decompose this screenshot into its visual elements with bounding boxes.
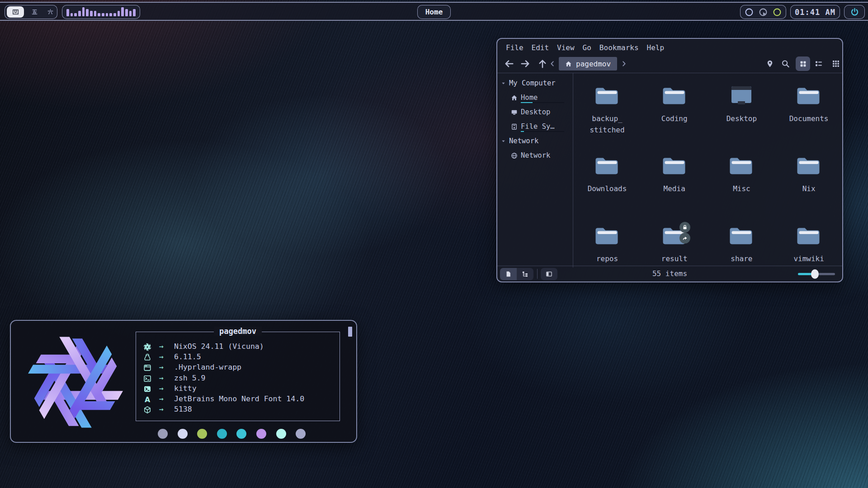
file-item-Downloads[interactable]: Downloads xyxy=(576,155,639,194)
path-tab[interactable]: pagedmov xyxy=(559,57,617,70)
visualizer-bar xyxy=(106,13,108,16)
compact-view-button[interactable] xyxy=(815,58,823,69)
menu-view[interactable]: View xyxy=(553,42,579,54)
back-button[interactable] xyxy=(504,58,514,69)
file-item-Coding[interactable]: Coding xyxy=(643,85,706,124)
file-item-label: repos xyxy=(576,253,639,264)
file-item-repos[interactable]: repos xyxy=(576,225,639,264)
prompt-icon xyxy=(143,375,151,383)
icon-view-icon xyxy=(799,60,807,68)
active-window-title: Home xyxy=(417,5,451,19)
menu-edit[interactable]: Edit xyxy=(528,42,553,54)
visualizer-bar xyxy=(121,7,124,16)
fastfetch-value: JetBrains Mono Nerd Font 14.0 xyxy=(174,394,304,403)
visualizer-bar xyxy=(71,13,73,16)
file-item-vimwiki[interactable]: vimwiki xyxy=(777,225,840,264)
zoom-slider[interactable] xyxy=(798,273,835,275)
workspace-glyph-icon xyxy=(31,9,38,15)
places-pin-button[interactable] xyxy=(766,58,774,69)
power-icon xyxy=(850,8,859,16)
svg-text:A: A xyxy=(145,395,151,404)
sidebar-item-label: Desktop xyxy=(521,108,550,116)
emblem-symlink xyxy=(679,233,690,244)
folder-icon xyxy=(796,85,821,106)
sidebar-section-my-computer[interactable]: My Computer xyxy=(497,76,573,90)
cube-icon xyxy=(143,406,151,414)
icon-view-button[interactable] xyxy=(796,56,810,71)
file-item-share[interactable]: share xyxy=(710,225,773,264)
file-item-Misc[interactable]: Misc xyxy=(710,155,773,194)
expander-icon[interactable] xyxy=(501,81,506,86)
sidebar-item-network[interactable]: Network xyxy=(497,148,573,163)
sidebar-item-underline xyxy=(521,131,564,132)
circle-pie-icon[interactable] xyxy=(759,8,768,17)
workspace-glyph-icon xyxy=(12,9,19,15)
file-item-Desktop[interactable]: Desktop xyxy=(710,85,773,124)
visualizer-bar xyxy=(86,9,89,16)
fastfetch-value: 6.11.5 xyxy=(174,352,201,361)
zoom-slider-knob[interactable] xyxy=(811,269,819,279)
symlink-icon xyxy=(682,235,688,241)
fontA-icon: A xyxy=(143,395,151,404)
workspace-switcher xyxy=(5,5,57,19)
file-item-Nix[interactable]: Nix xyxy=(777,155,840,194)
power-button[interactable] xyxy=(844,5,865,19)
file-item-Media[interactable]: Media xyxy=(643,155,706,194)
nix-mini-icon xyxy=(143,343,151,351)
visualizer-bar xyxy=(129,11,132,16)
file-grid: backup_ stitched Coding Desktop Document… xyxy=(573,73,844,267)
file-item-backup__stitched[interactable]: backup_ stitched xyxy=(576,85,639,136)
menu-help[interactable]: Help xyxy=(643,42,669,54)
palette-dot xyxy=(276,429,286,439)
visualizer-bar xyxy=(109,13,112,16)
path-scroll-right-icon[interactable] xyxy=(620,58,627,69)
status-bar: 55 items xyxy=(497,266,842,282)
menu-file[interactable]: File xyxy=(502,42,528,54)
file-item-label: Media xyxy=(643,183,706,194)
up-button[interactable] xyxy=(537,58,548,69)
circle-outline-icon[interactable] xyxy=(773,8,782,17)
window-icon xyxy=(143,364,151,372)
workspace-glyph-icon xyxy=(47,9,54,15)
arrow-glyph: → xyxy=(159,363,164,371)
folder-icon xyxy=(594,155,620,176)
path-segment: pagedmov xyxy=(576,60,611,68)
sidebar-section-label: My Computer xyxy=(509,79,556,87)
fastfetch-hostname: pagedmov xyxy=(214,327,262,336)
expander-icon[interactable] xyxy=(501,139,506,144)
fastfetch-value: NixOS 24.11 (Vicuna) xyxy=(174,342,264,351)
file-item-Documents[interactable]: Documents xyxy=(777,85,840,124)
file-item-result[interactable]: result xyxy=(643,225,706,264)
visualizer-bar xyxy=(102,13,104,16)
file-manager-window: FileEditViewGoBookmarksHelp pagedmov My … xyxy=(496,38,843,282)
folder-icon xyxy=(662,85,687,106)
search-button[interactable] xyxy=(781,58,790,69)
sidebar-item-filesy[interactable]: File Sy… xyxy=(497,119,573,134)
file-item-label: share xyxy=(710,253,773,264)
palette-dot xyxy=(178,429,188,439)
path-scroll-left-icon[interactable] xyxy=(549,58,556,69)
menu-bookmarks[interactable]: Bookmarks xyxy=(595,42,643,54)
workspace-button-六[interactable] xyxy=(45,7,55,17)
fastfetch-value: 5138 xyxy=(174,405,192,413)
arrow-glyph: → xyxy=(159,405,164,413)
workspace-button-五[interactable] xyxy=(30,7,40,17)
clock-widget[interactable]: 01:41 AM xyxy=(790,5,840,19)
drive-icon xyxy=(511,123,518,130)
folder-icon xyxy=(729,225,754,246)
sidebar-item-home[interactable]: Home xyxy=(497,90,573,105)
workspace-button-四[interactable] xyxy=(7,6,24,18)
menu-go[interactable]: Go xyxy=(579,42,595,54)
detailed-view-button[interactable] xyxy=(832,58,840,69)
palette-dot xyxy=(296,429,306,439)
circle-outline-icon[interactable] xyxy=(745,8,754,17)
top-bar: Home 01:41 AM xyxy=(0,2,868,21)
emblem-lock xyxy=(679,222,690,233)
folder-icon xyxy=(729,155,754,176)
sidebar-section-network[interactable]: Network xyxy=(497,134,573,148)
folder-icon xyxy=(796,155,821,176)
visualizer-bar xyxy=(118,11,120,16)
sidebar-item-desktop[interactable]: Desktop xyxy=(497,105,573,119)
file-item-label: Nix xyxy=(777,183,840,194)
forward-button[interactable] xyxy=(520,58,531,69)
